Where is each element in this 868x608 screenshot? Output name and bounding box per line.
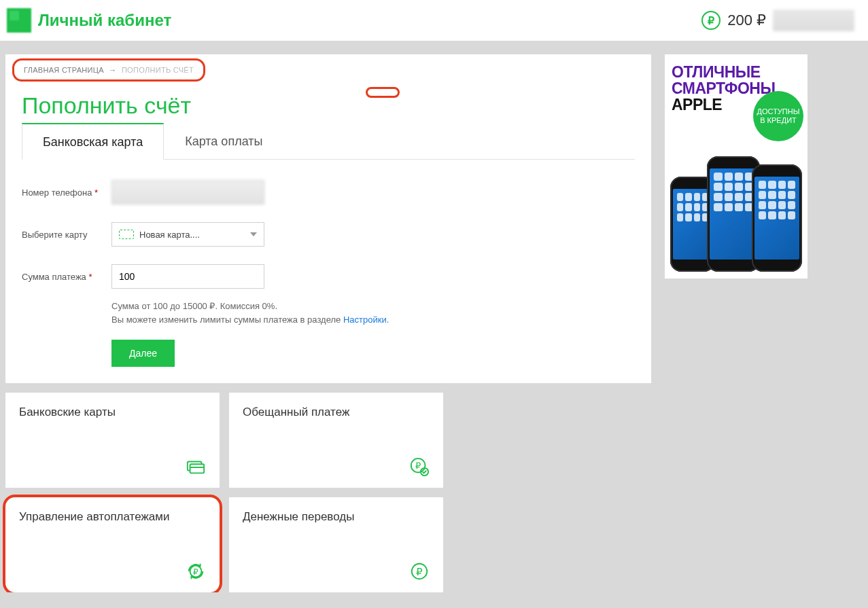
card-select-value: Новая карта.... <box>134 230 250 240</box>
balance-block[interactable]: ₽ 200 ₽ <box>701 10 854 31</box>
amount-hint: Сумма от 100 до 15000 ₽. Комиссия 0%. Вы… <box>111 300 635 326</box>
annotation-pill-icon <box>366 87 400 98</box>
card-select[interactable]: Новая карта.... <box>111 222 264 247</box>
arrow-right-icon: → <box>109 66 116 74</box>
page-title: Пополнить счёт <box>5 82 651 123</box>
ad-banner[interactable]: ОТЛИЧНЫЕ СМАРТФОНЫ APPLE ДОСТУПНЫ В КРЕД… <box>665 54 808 279</box>
ruble-icon: ₽ <box>409 561 430 582</box>
svg-text:₽: ₽ <box>415 461 421 471</box>
ruble-cycle-icon: ₽ <box>186 561 206 582</box>
amount-input[interactable] <box>111 264 264 289</box>
card-chip-icon <box>119 230 134 239</box>
next-button[interactable]: Далее <box>111 340 175 367</box>
ruble-circle-icon: ₽ <box>701 11 721 30</box>
ruble-check-icon: ₽ <box>409 457 430 477</box>
phone-input[interactable] <box>111 180 264 204</box>
tile-autopayments[interactable]: Управление автоплатежами ₽ <box>5 497 220 592</box>
amount-label: Сумма платежа * <box>22 272 103 282</box>
svg-text:₽: ₽ <box>416 566 423 577</box>
tile-money-transfers[interactable]: Денежные переводы ₽ <box>229 497 443 592</box>
breadcrumb-highlight-box: ГЛАВНАЯ СТРАНИЦА → ПОПОЛНИТЬ СЧЁТ <box>12 58 205 82</box>
tiles-grid: Банковские карты Обещанный платеж ₽ Упра… <box>5 393 651 592</box>
settings-link[interactable]: Настройки <box>343 315 387 325</box>
svg-text:₽: ₽ <box>193 567 198 577</box>
breadcrumb-home[interactable]: ГЛАВНАЯ СТРАНИЦА <box>24 66 104 74</box>
tile-bank-cards[interactable]: Банковские карты <box>5 393 220 488</box>
breadcrumb: ГЛАВНАЯ СТРАНИЦА → ПОПОЛНИТЬ СЧЁТ <box>24 66 194 74</box>
top-bar: Личный кабинет ₽ 200 ₽ <box>0 0 868 41</box>
ad-badge: ДОСТУПНЫ В КРЕДИТ <box>753 91 803 141</box>
logo-block[interactable]: Личный кабинет <box>7 8 171 33</box>
header-extra-blurred <box>773 10 854 31</box>
breadcrumb-current: ПОПОЛНИТЬ СЧЁТ <box>122 66 194 74</box>
card-icon <box>186 457 206 477</box>
topup-form-card: ГЛАВНАЯ СТРАНИЦА → ПОПОЛНИТЬ СЧЁТ Пополн… <box>5 54 651 383</box>
tile-promised-payment[interactable]: Обещанный платеж ₽ <box>229 393 443 488</box>
logo-icon <box>7 8 31 33</box>
svg-rect-1 <box>190 464 205 473</box>
card-label: Выберите карту <box>22 230 103 240</box>
site-title: Личный кабинет <box>38 11 171 30</box>
balance-amount: 200 ₽ <box>727 12 766 29</box>
phone-label: Номер телефона * <box>22 187 103 198</box>
tab-payment-card[interactable]: Карта оплаты <box>164 123 283 159</box>
chevron-down-icon <box>250 232 257 236</box>
tabs: Банковская карта Карта оплаты <box>22 123 635 160</box>
tab-bank-card[interactable]: Банковская карта <box>22 123 164 160</box>
phones-image <box>674 149 798 272</box>
